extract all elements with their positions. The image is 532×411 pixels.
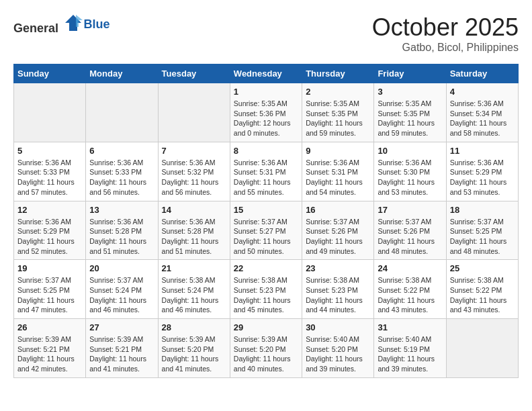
calendar-cell: 2Sunrise: 5:35 AMSunset: 5:35 PMDaylight…: [302, 83, 374, 142]
calendar-cell: 1Sunrise: 5:35 AMSunset: 5:36 PMDaylight…: [230, 83, 302, 142]
weekday-header-friday: Friday: [374, 64, 446, 83]
calendar-cell: 27Sunrise: 5:39 AMSunset: 5:21 PMDayligh…: [86, 319, 158, 378]
cell-sun-info: Sunrise: 5:37 AMSunset: 5:26 PMDaylight:…: [378, 217, 442, 257]
weekday-header-monday: Monday: [86, 64, 158, 83]
weekday-header-sunday: Sunday: [14, 64, 86, 83]
calendar-table: SundayMondayTuesdayWednesdayThursdayFrid…: [13, 64, 519, 378]
cell-sun-info: Sunrise: 5:36 AMSunset: 5:32 PMDaylight:…: [162, 158, 226, 197]
calendar-cell: 5Sunrise: 5:36 AMSunset: 5:33 PMDaylight…: [14, 142, 86, 201]
day-number: 20: [89, 263, 154, 273]
day-number: 13: [89, 205, 154, 215]
calendar-cell: [14, 83, 86, 142]
calendar-cell: 9Sunrise: 5:36 AMSunset: 5:31 PMDaylight…: [302, 142, 374, 201]
cell-sun-info: Sunrise: 5:35 AMSunset: 5:36 PMDaylight:…: [234, 99, 298, 138]
calendar-cell: 11Sunrise: 5:36 AMSunset: 5:29 PMDayligh…: [446, 142, 518, 201]
day-number: 15: [234, 205, 298, 215]
cell-sun-info: Sunrise: 5:37 AMSunset: 5:26 PMDaylight:…: [306, 217, 370, 257]
calendar-cell: [86, 83, 158, 142]
cell-sun-info: Sunrise: 5:35 AMSunset: 5:35 PMDaylight:…: [378, 99, 442, 138]
day-number: 25: [450, 263, 515, 273]
calendar-week-row: 5Sunrise: 5:36 AMSunset: 5:33 PMDaylight…: [14, 142, 519, 201]
calendar-cell: 12Sunrise: 5:36 AMSunset: 5:29 PMDayligh…: [14, 201, 86, 260]
cell-sun-info: Sunrise: 5:37 AMSunset: 5:25 PMDaylight:…: [17, 275, 82, 315]
day-number: 27: [89, 322, 154, 332]
day-number: 24: [378, 263, 442, 273]
cell-sun-info: Sunrise: 5:36 AMSunset: 5:33 PMDaylight:…: [17, 158, 82, 197]
cell-sun-info: Sunrise: 5:36 AMSunset: 5:29 PMDaylight:…: [17, 217, 82, 257]
day-number: 18: [450, 205, 515, 215]
calendar-cell: 22Sunrise: 5:38 AMSunset: 5:23 PMDayligh…: [230, 260, 302, 319]
day-number: 23: [306, 263, 370, 273]
day-number: 22: [234, 263, 298, 273]
cell-sun-info: Sunrise: 5:38 AMSunset: 5:22 PMDaylight:…: [450, 275, 515, 315]
cell-sun-info: Sunrise: 5:37 AMSunset: 5:27 PMDaylight:…: [234, 217, 298, 257]
cell-sun-info: Sunrise: 5:36 AMSunset: 5:30 PMDaylight:…: [378, 158, 442, 197]
calendar-cell: 29Sunrise: 5:39 AMSunset: 5:20 PMDayligh…: [230, 319, 302, 378]
day-number: 29: [234, 322, 298, 332]
calendar-cell: 16Sunrise: 5:37 AMSunset: 5:26 PMDayligh…: [302, 201, 374, 260]
month-title: October 2025: [372, 13, 519, 42]
calendar-cell: 30Sunrise: 5:40 AMSunset: 5:20 PMDayligh…: [302, 319, 374, 378]
day-number: 6: [89, 146, 154, 156]
cell-sun-info: Sunrise: 5:38 AMSunset: 5:24 PMDaylight:…: [162, 275, 226, 315]
day-number: 28: [162, 322, 226, 332]
calendar-cell: 24Sunrise: 5:38 AMSunset: 5:22 PMDayligh…: [374, 260, 446, 319]
calendar-cell: 25Sunrise: 5:38 AMSunset: 5:22 PMDayligh…: [446, 260, 518, 319]
calendar-cell: 26Sunrise: 5:39 AMSunset: 5:21 PMDayligh…: [14, 319, 86, 378]
calendar-cell: 6Sunrise: 5:36 AMSunset: 5:33 PMDaylight…: [86, 142, 158, 201]
day-number: 21: [162, 263, 226, 273]
calendar-cell: [158, 83, 230, 142]
day-number: 14: [162, 205, 226, 215]
day-number: 16: [306, 205, 370, 215]
cell-sun-info: Sunrise: 5:39 AMSunset: 5:20 PMDaylight:…: [234, 334, 298, 374]
calendar-cell: [446, 319, 518, 378]
cell-sun-info: Sunrise: 5:39 AMSunset: 5:21 PMDaylight:…: [17, 334, 82, 374]
calendar-cell: 23Sunrise: 5:38 AMSunset: 5:23 PMDayligh…: [302, 260, 374, 319]
day-number: 2: [306, 87, 370, 97]
calendar-cell: 8Sunrise: 5:36 AMSunset: 5:31 PMDaylight…: [230, 142, 302, 201]
logo-general: General: [13, 21, 58, 35]
weekday-header-thursday: Thursday: [302, 64, 374, 83]
day-number: 7: [162, 146, 226, 156]
weekday-header-wednesday: Wednesday: [230, 64, 302, 83]
cell-sun-info: Sunrise: 5:36 AMSunset: 5:34 PMDaylight:…: [450, 99, 515, 138]
calendar-cell: 18Sunrise: 5:37 AMSunset: 5:25 PMDayligh…: [446, 201, 518, 260]
calendar-cell: 19Sunrise: 5:37 AMSunset: 5:25 PMDayligh…: [14, 260, 86, 319]
cell-sun-info: Sunrise: 5:36 AMSunset: 5:31 PMDaylight:…: [306, 158, 370, 197]
cell-sun-info: Sunrise: 5:36 AMSunset: 5:29 PMDaylight:…: [450, 158, 515, 197]
cell-sun-info: Sunrise: 5:39 AMSunset: 5:20 PMDaylight:…: [162, 334, 226, 374]
day-number: 3: [378, 87, 442, 97]
day-number: 8: [234, 146, 298, 156]
cell-sun-info: Sunrise: 5:37 AMSunset: 5:24 PMDaylight:…: [89, 275, 154, 315]
calendar-cell: 4Sunrise: 5:36 AMSunset: 5:34 PMDaylight…: [446, 83, 518, 142]
calendar-cell: 14Sunrise: 5:36 AMSunset: 5:28 PMDayligh…: [158, 201, 230, 260]
cell-sun-info: Sunrise: 5:36 AMSunset: 5:28 PMDaylight:…: [89, 217, 154, 257]
cell-sun-info: Sunrise: 5:38 AMSunset: 5:23 PMDaylight:…: [234, 275, 298, 315]
day-number: 5: [17, 146, 82, 156]
calendar-cell: 13Sunrise: 5:36 AMSunset: 5:28 PMDayligh…: [86, 201, 158, 260]
calendar-week-row: 19Sunrise: 5:37 AMSunset: 5:25 PMDayligh…: [14, 260, 519, 319]
cell-sun-info: Sunrise: 5:40 AMSunset: 5:19 PMDaylight:…: [378, 334, 442, 374]
logo-icon: [64, 13, 83, 32]
day-number: 30: [306, 322, 370, 332]
calendar-cell: 20Sunrise: 5:37 AMSunset: 5:24 PMDayligh…: [86, 260, 158, 319]
cell-sun-info: Sunrise: 5:36 AMSunset: 5:31 PMDaylight:…: [234, 158, 298, 197]
day-number: 9: [306, 146, 370, 156]
title-block: October 2025 Gatbo, Bicol, Philippines: [372, 13, 519, 54]
day-number: 12: [17, 205, 82, 215]
cell-sun-info: Sunrise: 5:36 AMSunset: 5:33 PMDaylight:…: [89, 158, 154, 197]
calendar-cell: 31Sunrise: 5:40 AMSunset: 5:19 PMDayligh…: [374, 319, 446, 378]
calendar-cell: 17Sunrise: 5:37 AMSunset: 5:26 PMDayligh…: [374, 201, 446, 260]
calendar-cell: 10Sunrise: 5:36 AMSunset: 5:30 PMDayligh…: [374, 142, 446, 201]
cell-sun-info: Sunrise: 5:37 AMSunset: 5:25 PMDaylight:…: [450, 217, 515, 257]
logo-blue: Blue: [84, 17, 110, 32]
day-number: 4: [450, 87, 515, 97]
calendar-cell: 21Sunrise: 5:38 AMSunset: 5:24 PMDayligh…: [158, 260, 230, 319]
location-title: Gatbo, Bicol, Philippines: [372, 42, 519, 54]
weekday-header-row: SundayMondayTuesdayWednesdayThursdayFrid…: [14, 64, 519, 83]
logo-text: General: [13, 13, 83, 36]
day-number: 1: [234, 87, 298, 97]
weekday-header-tuesday: Tuesday: [158, 64, 230, 83]
page-header: General Blue October 2025 Gatbo, Bicol, …: [13, 13, 519, 54]
day-number: 26: [17, 322, 82, 332]
